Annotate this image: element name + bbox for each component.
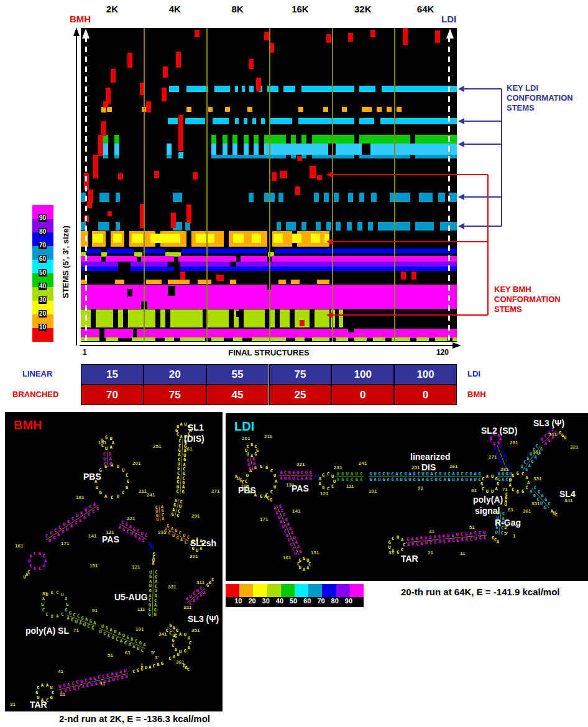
heatmap-band (438, 193, 445, 202)
nucleotide: U (465, 477, 467, 482)
nucleotide: A (461, 537, 464, 542)
nucleotide: G (533, 493, 536, 498)
position-tick: 91 (418, 485, 423, 491)
nucleotide: A (178, 452, 181, 457)
position-tick: 41 (58, 669, 63, 674)
nucleotide: U (500, 444, 502, 449)
nucleotide: A (193, 598, 196, 603)
nucleotide: C (284, 470, 287, 475)
nucleotide: U (400, 477, 402, 482)
heatmap-mark (176, 52, 181, 68)
heatmap-mark (264, 32, 269, 40)
heatmap-band (114, 155, 119, 158)
scale-value: 60 (39, 255, 47, 263)
scale-value: 20 (247, 597, 256, 605)
heatmap-band (180, 262, 230, 267)
nucleotide: G (439, 472, 441, 477)
heatmap-band (301, 155, 306, 158)
heatmap-band (186, 86, 208, 92)
position-tick: 111 (346, 483, 354, 489)
heatmap-band (301, 86, 354, 92)
heatmap-band (116, 193, 120, 202)
nucleotide: A (420, 536, 423, 541)
nucleotide: G (134, 534, 137, 539)
table-cell: 55 (206, 364, 269, 385)
nucleotide: A (119, 670, 122, 675)
heatmap-mark (249, 59, 254, 69)
heatmap-band (232, 144, 237, 155)
nucleotide: C (102, 674, 104, 679)
heatmap-band (354, 337, 367, 341)
nucleotide: G (169, 623, 172, 628)
position-tick: 11 (100, 681, 106, 687)
heatmap-band (214, 86, 230, 92)
nucleotide: U (521, 464, 523, 469)
nucleotide: U (452, 477, 454, 482)
heatmap-mark (193, 172, 198, 180)
heatmap-band (291, 135, 296, 144)
nucleotide: A (351, 472, 354, 477)
heatmap-band (235, 118, 239, 124)
x-axis-end: 120 (436, 348, 449, 357)
nucleotide: A (486, 474, 489, 479)
table-row-label: BRANCHED (12, 390, 58, 399)
position-tick: 281 (500, 467, 509, 472)
gridline (394, 28, 395, 342)
nucleotide: G (39, 551, 41, 556)
heatmap-mark (411, 272, 416, 280)
ldi-arrowhead (458, 118, 464, 124)
table-cell: 45 (206, 385, 269, 405)
position-tick: 31 (388, 550, 394, 556)
heatmap-mark (295, 186, 300, 195)
nucleotide: U (495, 530, 498, 535)
nucleotide: G (133, 527, 136, 532)
scale-value: 80 (331, 597, 339, 605)
nucleotide: U (24, 575, 26, 580)
top-axis-label-4K: 4K (156, 4, 193, 14)
heatmap-band (270, 309, 275, 327)
structure-label: TAR (401, 554, 418, 564)
heatmap-mark (146, 101, 151, 112)
nucleotide: C (187, 535, 190, 540)
nucleotide: A (502, 477, 505, 482)
nucleotide: G (413, 472, 415, 477)
nucleotide: U (179, 504, 181, 509)
bmh-caption: 2-nd run at 2K, E = -136.3 kcal/mol (59, 713, 210, 724)
nucleotide: G (83, 515, 86, 520)
nucleotide: U (425, 536, 427, 541)
nucleotide: G (176, 536, 178, 541)
heatmap-band (254, 135, 259, 144)
heatmap-band (211, 144, 216, 155)
nucleotide: C (172, 643, 174, 648)
nucleotide: A (149, 593, 152, 598)
position-tick: 341 (158, 631, 167, 637)
table-cell: 100 (331, 364, 394, 385)
heatmap-band (362, 107, 372, 112)
heatmap-band (382, 86, 457, 92)
heatmap-band (311, 234, 320, 243)
nucleotide: C (417, 472, 420, 477)
nucleotide: C (178, 439, 181, 444)
scale-value: 90 (344, 597, 353, 605)
heatmap-mark (401, 272, 406, 280)
nucleotide: A (175, 647, 178, 652)
heatmap-band (107, 107, 112, 112)
heatmap-band (150, 234, 180, 243)
nucleotide: C (378, 472, 380, 477)
structure-label: PAS (102, 534, 119, 544)
nucleotide: U (530, 452, 532, 457)
nucleotide: G (50, 695, 52, 700)
nucleotide: G (175, 528, 177, 533)
heatmap-band (336, 144, 362, 155)
nucleotide: G (167, 524, 169, 529)
heatmap-band (81, 231, 88, 247)
position-tick: 141 (292, 508, 301, 514)
nucleotide: U (564, 436, 566, 441)
nucleotide: A (443, 534, 446, 539)
nucleotide: G (250, 442, 253, 447)
nucleotide: A (172, 508, 175, 513)
nucleotide: C (490, 439, 492, 444)
nucleotide: C (98, 675, 100, 680)
nucleotide: C (103, 631, 106, 636)
structure-label: SL4 (559, 489, 576, 499)
